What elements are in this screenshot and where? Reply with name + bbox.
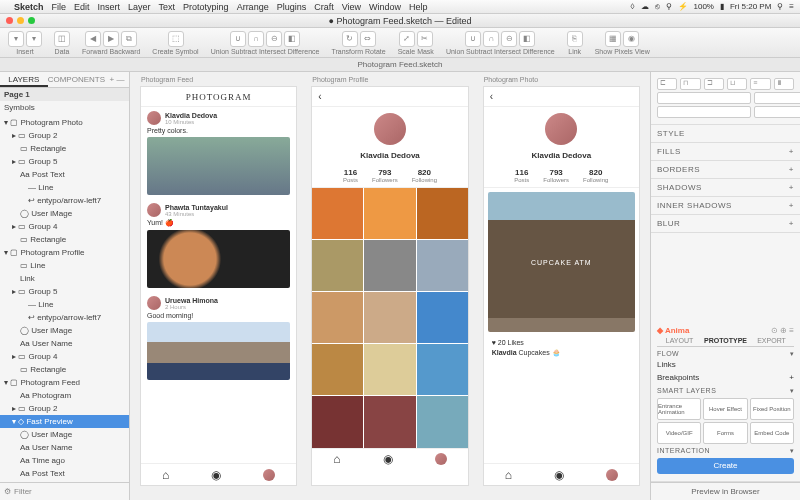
toolbar-button[interactable]: ◧ [284, 31, 300, 47]
layer-row[interactable]: Aa Time ago [0, 454, 129, 467]
stat[interactable]: 793Followers [372, 168, 398, 183]
toolbar-button[interactable]: ⧉ [121, 31, 137, 47]
fills-header[interactable]: Fills [657, 147, 681, 156]
align-btn[interactable]: ⊐ [704, 78, 724, 90]
align-btn[interactable]: ⊏ [657, 78, 677, 90]
profile-icon[interactable] [263, 469, 275, 481]
layer-row[interactable]: ▸ ▭ Group 5 [0, 285, 129, 298]
grid-photo[interactable] [312, 188, 363, 239]
stat[interactable]: 793Followers [543, 168, 569, 183]
layer-row[interactable]: Link [0, 272, 129, 285]
back-icon[interactable]: ‹ [318, 91, 322, 102]
toolbar-button[interactable]: ◧ [519, 31, 535, 47]
h-input[interactable] [754, 106, 800, 118]
toolbar-button[interactable]: ✂ [417, 31, 433, 47]
layer-row[interactable]: ▸ ▭ Group 5 [0, 155, 129, 168]
layer-row[interactable]: ↩ entypo/arrow-left7 [0, 194, 129, 207]
layer-row[interactable]: ▸ ▭ Group 4 [0, 350, 129, 363]
tab-layers[interactable]: LAYERS [0, 72, 48, 87]
layer-row[interactable]: ▾ ▢ Photogram Feed [0, 376, 129, 389]
add-icon[interactable]: + [789, 183, 794, 192]
layer-row[interactable]: Aa Post Text [0, 168, 129, 181]
toolbar-button[interactable]: ⇔ [360, 31, 376, 47]
layer-row[interactable]: ◯ User iMage [0, 324, 129, 337]
toolbar-button[interactable]: ∩ [248, 31, 264, 47]
add-page-button[interactable]: + — [105, 72, 129, 87]
toolbar-button[interactable]: ∪ [465, 31, 481, 47]
align-btn[interactable]: ⫼ [774, 78, 794, 90]
layer-row[interactable]: Aa User Name [0, 441, 129, 454]
toolbar-button[interactable]: ▶ [103, 31, 119, 47]
camera-icon[interactable]: ◉ [383, 452, 393, 466]
grid-photo[interactable] [312, 240, 363, 291]
layer-row[interactable]: — Line [0, 181, 129, 194]
grid-photo[interactable] [364, 240, 415, 291]
add-icon[interactable]: + [789, 201, 794, 210]
preview-button[interactable]: Preview in Browser [651, 482, 800, 500]
menu-prototyping[interactable]: Prototyping [183, 2, 229, 12]
traffic-lights[interactable] [6, 17, 35, 24]
layer-row[interactable]: ▸ ▭ Group 2 [0, 402, 129, 415]
grid-photo[interactable] [417, 344, 468, 395]
layer-row[interactable]: ↩ entypo/arrow-left7 [0, 311, 129, 324]
filter-input[interactable]: ⚙ Filter [0, 482, 129, 500]
layer-row[interactable]: ▸ ▭ Group 4 [0, 220, 129, 233]
likes-row[interactable]: ♥ 20 Likes [484, 336, 639, 349]
layer-row[interactable]: ▭ Line [0, 259, 129, 272]
stat[interactable]: 116Posts [343, 168, 358, 183]
minimize-icon[interactable] [17, 17, 24, 24]
menu-craft[interactable]: Craft [314, 2, 334, 12]
layer-row[interactable]: Aa Photogram [0, 389, 129, 402]
toolbar-button[interactable]: ▦ [605, 31, 621, 47]
toolbar-button[interactable]: ∩ [483, 31, 499, 47]
toolbar-button[interactable]: ◀ [85, 31, 101, 47]
w-input[interactable] [657, 106, 751, 118]
layer-row[interactable]: ▭ Rectangle [0, 363, 129, 376]
zoom-icon[interactable] [28, 17, 35, 24]
tab-components[interactable]: COMPONENTS [48, 72, 105, 87]
y-input[interactable] [754, 92, 800, 104]
menu-arrange[interactable]: Arrange [237, 2, 269, 12]
home-icon[interactable]: ⌂ [333, 452, 340, 466]
stat[interactable]: 820Following [412, 168, 437, 183]
app-name[interactable]: Sketch [14, 2, 44, 12]
grid-photo[interactable] [312, 292, 363, 343]
layer-row[interactable]: ▭ Rectangle [0, 233, 129, 246]
toolbar-button[interactable]: ▾ [8, 31, 24, 47]
tab-prototype[interactable]: PROTOTYPE [702, 335, 749, 346]
smart-layer-button[interactable]: Embed Code [750, 422, 794, 444]
toolbar-button[interactable]: ↻ [342, 31, 358, 47]
toolbar-button[interactable]: ⤢ [399, 31, 415, 47]
back-icon[interactable]: ‹ [490, 91, 494, 102]
menu-file[interactable]: File [52, 2, 67, 12]
menu-icon[interactable]: ≡ [789, 2, 794, 11]
grid-photo[interactable] [312, 396, 363, 447]
layer-row[interactable]: Aa User Name [0, 337, 129, 350]
toolbar-button[interactable]: ⊖ [501, 31, 517, 47]
layer-row[interactable]: ▾ ◇ Fast Preview [0, 415, 129, 428]
status-icon[interactable]: ⚲ [666, 2, 672, 11]
status-icon[interactable]: ⎋ [655, 2, 660, 11]
search-icon[interactable]: ⚲ [777, 2, 783, 11]
menu-insert[interactable]: Insert [98, 2, 121, 12]
menu-layer[interactable]: Layer [128, 2, 151, 12]
status-icon[interactable]: ◊ [631, 2, 635, 11]
x-input[interactable] [657, 92, 751, 104]
layer-row[interactable]: ▭ Rectangle [0, 142, 129, 155]
symbols-row[interactable]: Symbols [0, 101, 129, 114]
grid-photo[interactable] [364, 292, 415, 343]
smart-layer-button[interactable]: Hover Effect [703, 398, 747, 420]
menu-edit[interactable]: Edit [74, 2, 90, 12]
clock[interactable]: Fri 5:20 PM [730, 2, 771, 11]
grid-photo[interactable] [417, 240, 468, 291]
align-btn[interactable]: ⊔ [727, 78, 747, 90]
artboard-photo[interactable]: Photogram Photo ‹ Klavdia Dedova 116Post… [483, 86, 640, 486]
add-icon[interactable]: + [789, 219, 794, 228]
layer-row[interactable]: Aa Post Text [0, 467, 129, 480]
grid-photo[interactable] [364, 396, 415, 447]
page-name[interactable]: Page 1 [4, 90, 30, 99]
inner-shadows-header[interactable]: Inner Shadows [657, 201, 732, 210]
toolbar-button[interactable]: ⬚ [168, 31, 184, 47]
align-btn[interactable]: ≡ [750, 78, 770, 90]
artboard-profile[interactable]: Photogram Profile ‹ Klavdia Dedova 116Po… [311, 86, 468, 486]
